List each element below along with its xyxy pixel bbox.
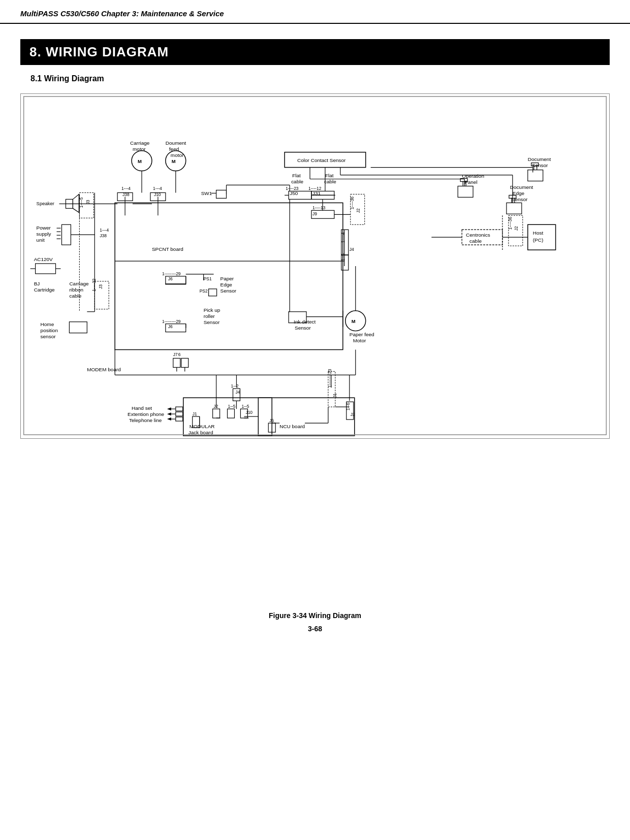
svg-text:Power: Power <box>37 225 51 231</box>
svg-text:Carriage: Carriage <box>130 140 150 146</box>
svg-text:cable: cable <box>69 293 81 299</box>
svg-rect-87 <box>176 407 183 411</box>
svg-text:feed: feed <box>169 146 179 152</box>
svg-text:1--------29: 1--------29 <box>162 271 181 276</box>
svg-rect-58 <box>209 289 217 296</box>
svg-text:Extention phone: Extention phone <box>128 411 165 417</box>
svg-text:Pick up: Pick up <box>204 307 220 313</box>
svg-text:J9: J9 <box>312 211 317 216</box>
svg-text:Cartridge: Cartridge <box>34 287 55 293</box>
svg-text:1---4: 1---4 <box>153 186 162 191</box>
svg-text:AC120V: AC120V <box>34 256 53 262</box>
subsection-title: 8.1 Wiring Diagram <box>30 74 610 83</box>
svg-text:Motor: Motor <box>353 338 366 343</box>
svg-text:PS1: PS1 <box>204 276 212 281</box>
svg-rect-145 <box>458 186 473 197</box>
svg-text:J2: J2 <box>356 208 361 213</box>
svg-text:1--5: 1--5 <box>228 404 236 409</box>
svg-text:Doument: Doument <box>166 140 186 146</box>
svg-text:Document: Document <box>510 184 533 190</box>
svg-text:J6: J6 <box>168 276 173 281</box>
svg-text:cable: cable <box>469 238 482 244</box>
svg-text:Speaker: Speaker <box>37 201 54 206</box>
svg-rect-88 <box>176 412 183 416</box>
svg-point-127 <box>345 311 366 331</box>
svg-text:1--5: 1--5 <box>241 404 249 409</box>
svg-rect-78 <box>228 409 235 418</box>
svg-rect-152 <box>507 203 522 214</box>
diagram-svg: text { font-family: Arial, sans-serif; f… <box>21 94 609 438</box>
svg-text:M: M <box>172 158 176 164</box>
svg-text:motor: motor <box>171 152 184 158</box>
svg-text:SPCNT board: SPCNT board <box>152 246 183 252</box>
svg-text:1----36: 1----36 <box>350 197 355 210</box>
wiring-diagram: text { font-family: Arial, sans-serif; f… <box>20 93 610 439</box>
svg-text:J38: J38 <box>100 233 107 238</box>
svg-text:1--2: 1--2 <box>231 383 238 389</box>
svg-text:ribbon: ribbon <box>69 287 83 293</box>
svg-text:1---4: 1---4 <box>121 186 131 191</box>
svg-text:J4: J4 <box>235 390 240 395</box>
svg-text:1----12: 1----12 <box>308 186 322 191</box>
svg-text:NCU board: NCU board <box>279 424 305 429</box>
svg-text:Paper feed: Paper feed <box>350 332 374 337</box>
svg-text:6: 6 <box>178 352 181 357</box>
svg-text:Host: Host <box>533 230 544 236</box>
svg-text:Panel: Panel <box>464 179 478 185</box>
svg-text:J4: J4 <box>350 247 354 252</box>
svg-text:BJ: BJ <box>34 281 40 286</box>
svg-text:Hand set: Hand set <box>132 405 152 411</box>
svg-text:Sensor: Sensor <box>295 325 311 331</box>
svg-text:Operation: Operation <box>462 174 484 179</box>
svg-text:Carriage: Carriage <box>69 281 89 286</box>
svg-text:Home: Home <box>41 321 54 327</box>
svg-text:J1: J1 <box>332 393 337 398</box>
page-header: MultiPASS C530/C560 Chapter 3: Maintenan… <box>0 0 630 24</box>
svg-rect-89 <box>176 417 183 421</box>
svg-text:Sensor: Sensor <box>220 288 237 294</box>
svg-rect-18 <box>36 264 56 274</box>
svg-text:1----23: 1----23 <box>286 186 299 191</box>
svg-text:1----32: 1----32 <box>91 278 97 292</box>
svg-text:M: M <box>352 318 356 324</box>
svg-text:Flat: Flat <box>292 173 301 179</box>
svg-marker-95 <box>167 417 171 421</box>
section-header: 8. WIRING DIAGRAM <box>20 39 610 65</box>
svg-marker-93 <box>167 412 171 415</box>
svg-text:1--------29: 1--------29 <box>162 319 181 324</box>
svg-marker-2 <box>73 194 79 212</box>
svg-text:Centronics: Centronics <box>466 232 490 238</box>
svg-text:J7: J7 <box>173 352 178 357</box>
svg-marker-91 <box>167 407 171 410</box>
svg-text:J1: J1 <box>193 411 197 416</box>
page-number: 3-68 <box>0 625 630 633</box>
svg-text:1----36: 1----36 <box>508 217 513 230</box>
svg-rect-210 <box>258 398 354 436</box>
svg-rect-12 <box>61 224 71 245</box>
svg-rect-50 <box>216 190 227 198</box>
svg-point-34 <box>132 151 152 171</box>
svg-text:cable: cable <box>291 179 303 184</box>
svg-text:Sensor: Sensor <box>204 319 220 325</box>
svg-text:MODEM board: MODEM board <box>87 367 120 372</box>
svg-rect-76 <box>213 409 220 418</box>
svg-rect-139 <box>528 170 543 181</box>
svg-text:Sensor: Sensor <box>532 163 548 168</box>
svg-text:unit: unit <box>37 237 45 243</box>
svg-text:1----13: 1----13 <box>312 205 326 210</box>
svg-text:SW1: SW1 <box>201 190 212 196</box>
svg-text:PS2: PS2 <box>200 288 208 294</box>
svg-text:Sensor: Sensor <box>512 197 528 202</box>
svg-text:1---4: 1---4 <box>100 228 109 233</box>
svg-text:Edge: Edge <box>220 282 233 287</box>
svg-text:sensor: sensor <box>41 334 56 339</box>
header-title: MultiPASS C530/C560 Chapter 3: Maintenan… <box>20 9 224 18</box>
svg-text:J50: J50 <box>290 190 298 196</box>
svg-rect-70 <box>173 358 180 367</box>
svg-text:Paper: Paper <box>220 276 234 281</box>
svg-text:Telephone line: Telephone line <box>129 417 162 423</box>
svg-text:Flat: Flat <box>325 173 334 179</box>
svg-rect-230 <box>24 96 607 435</box>
svg-text:J10: J10 <box>245 410 253 415</box>
svg-text:Ink detect: Ink detect <box>294 319 316 325</box>
